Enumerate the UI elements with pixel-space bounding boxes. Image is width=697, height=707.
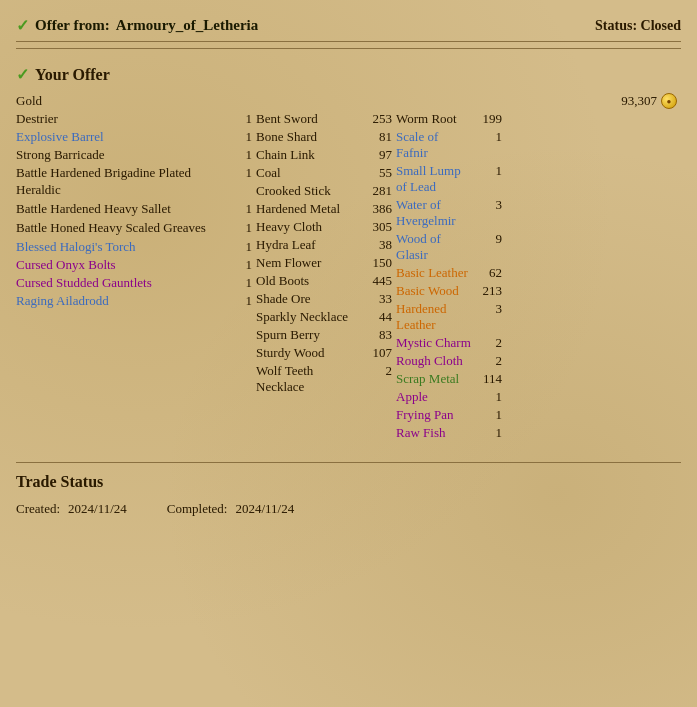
list-item: Wood of Glasir 9 (396, 230, 506, 264)
item-qty: 1 (222, 147, 252, 163)
item-qty: 386 (362, 201, 392, 217)
item-qty: 2 (472, 335, 502, 351)
list-item: Apple 1 (396, 388, 506, 406)
list-item: Scale of Fafnir 1 (396, 128, 506, 162)
list-item: Nem Flower 150 (256, 254, 396, 272)
list-item: Rough Cloth 2 (396, 352, 506, 370)
item-name: Strong Barricade (16, 147, 222, 163)
item-name: Destrier (16, 111, 222, 127)
gold-coin-icon: ● (661, 93, 677, 109)
item-qty: 1 (222, 275, 252, 292)
item-name: Chain Link (256, 147, 362, 163)
item-qty: 38 (362, 237, 392, 253)
list-item: Blessed Halogi's Torch 1 (16, 238, 256, 256)
list-item: Coal 55 (256, 164, 396, 182)
list-item: Destrier 1 (16, 110, 256, 128)
item-qty: 2 (472, 353, 502, 369)
list-item: Sturdy Wood 107 (256, 344, 396, 362)
item-qty: 1 (222, 165, 252, 199)
item-qty: 107 (362, 345, 392, 361)
item-qty: 1 (472, 163, 502, 179)
items-col1: Destrier 1 Explosive Barrel 1 Strong Bar… (16, 110, 256, 442)
item-name: Explosive Barrel (16, 129, 222, 145)
offer-from-name: Armoury_of_Letheria (116, 17, 258, 34)
item-name: Spurn Berry (256, 327, 362, 343)
item-name: Battle Honed Heavy Scaled Greaves (16, 220, 211, 237)
list-item: Wolf Teeth Necklace 2 (256, 362, 396, 396)
item-qty: 33 (362, 291, 392, 307)
gold-row: Gold 93,307 ● (16, 92, 681, 110)
item-qty: 44 (362, 309, 392, 325)
item-name: Hardened Metal (256, 201, 362, 217)
your-offer-header: ✓ Your Offer (16, 55, 681, 92)
dates-row: Created: 2024/11/24 Completed: 2024/11/2… (16, 501, 681, 517)
item-name: Hydra Leaf (256, 237, 362, 253)
item-qty: 1 (472, 425, 502, 441)
item-name: Scale of Fafnir (396, 129, 472, 161)
your-offer-check-icon: ✓ (16, 65, 29, 84)
item-qty: 83 (362, 327, 392, 343)
item-name: Sturdy Wood (256, 345, 362, 361)
item-qty: 305 (362, 219, 392, 235)
item-qty: 114 (472, 371, 502, 387)
item-name: Raw Fish (396, 425, 472, 441)
list-item: Battle Hardened Brigadine Plated Heraldi… (16, 164, 256, 200)
item-name: Wolf Teeth Necklace (256, 363, 362, 395)
item-name: Battle Hardened Heavy Sallet (16, 201, 211, 218)
item-qty: 1 (472, 389, 502, 405)
item-name: Small Lump of Lead (396, 163, 472, 195)
item-name: Mystic Charm (396, 335, 472, 351)
header-divider (16, 48, 681, 49)
list-item: Hardened Leather 3 (396, 300, 506, 334)
list-item: Battle Hardened Heavy Sallet 1 (16, 200, 256, 219)
item-qty: 1 (222, 129, 252, 145)
list-item: Chain Link 97 (256, 146, 396, 164)
list-item: Sparkly Necklace 44 (256, 308, 396, 326)
item-name: Rough Cloth (396, 353, 472, 369)
items-col2: Bent Sword 253 Bone Shard 81 Chain Link … (256, 110, 396, 442)
item-qty: 55 (362, 165, 392, 181)
trade-status-section: Trade Status Created: 2024/11/24 Complet… (16, 462, 681, 517)
item-name: Old Boots (256, 273, 362, 289)
item-qty: 62 (472, 265, 502, 281)
item-qty: 1 (222, 293, 252, 309)
offer-from-label: Offer from: (35, 17, 110, 34)
item-name: Cursed Studded Gauntlets (16, 275, 211, 292)
item-name: Coal (256, 165, 362, 181)
item-name: Heavy Cloth (256, 219, 362, 235)
list-item: Shade Ore 33 (256, 290, 396, 308)
list-item: Cursed Onyx Bolts 1 (16, 256, 256, 274)
gold-value: 93,307 (621, 93, 657, 109)
list-item: Cursed Studded Gauntlets 1 (16, 274, 256, 293)
list-item: Hardened Metal 386 (256, 200, 396, 218)
item-qty: 1 (222, 220, 252, 237)
item-name: Crooked Stick (256, 183, 362, 199)
item-name: Shade Ore (256, 291, 362, 307)
list-item: Frying Pan 1 (396, 406, 506, 424)
page-container: ✓ Offer from: Armoury_of_Letheria Status… (0, 0, 697, 533)
list-item: Bone Shard 81 (256, 128, 396, 146)
check-icon: ✓ (16, 16, 29, 35)
item-name: Bone Shard (256, 129, 362, 145)
gold-label: Gold (16, 93, 621, 109)
list-item: Explosive Barrel 1 (16, 128, 256, 146)
item-name: Sparkly Necklace (256, 309, 362, 325)
item-qty: 97 (362, 147, 392, 163)
item-qty: 445 (362, 273, 392, 289)
list-item: Crooked Stick 281 (256, 182, 396, 200)
item-qty: 3 (472, 301, 502, 317)
item-name: Scrap Metal (396, 371, 472, 387)
list-item: Scrap Metal 114 (396, 370, 506, 388)
item-qty: 1 (222, 257, 252, 273)
list-item: Old Boots 445 (256, 272, 396, 290)
item-qty: 281 (362, 183, 392, 199)
item-qty: 9 (472, 231, 502, 247)
completed-label: Completed: (167, 501, 228, 517)
list-item: Spurn Berry 83 (256, 326, 396, 344)
item-name: Blessed Halogi's Torch (16, 239, 222, 255)
item-name: Basic Leather (396, 265, 472, 281)
item-qty: 2 (362, 363, 392, 379)
item-name: Basic Wood (396, 283, 472, 299)
item-qty: 81 (362, 129, 392, 145)
list-item: Worm Root 199 (396, 110, 506, 128)
